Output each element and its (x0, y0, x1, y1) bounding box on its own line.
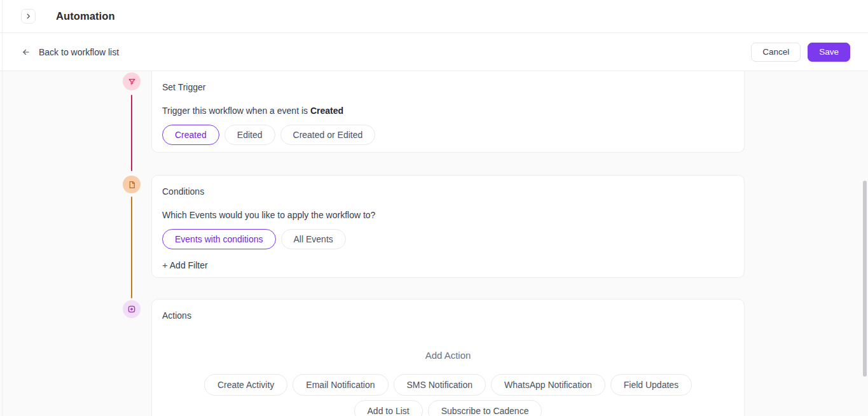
action-option-add-to-list[interactable]: Add to List (354, 400, 423, 416)
back-to-workflow-list-link[interactable]: Back to workflow list (21, 47, 119, 57)
set-trigger-title: Set Trigger (162, 82, 734, 92)
action-option-sms-notification[interactable]: SMS Notification (394, 374, 486, 396)
set-trigger-card: Set Trigger Trigger this workflow when a… (151, 71, 745, 153)
actions-title: Actions (162, 310, 734, 321)
trigger-option-created[interactable]: Created (162, 125, 219, 145)
page-title: Automation (56, 10, 115, 22)
add-filter-label: Add Filter (170, 260, 208, 270)
document-icon (128, 181, 136, 189)
sidebar-expand-button[interactable] (21, 9, 36, 24)
action-option-subscribe-to-cadence[interactable]: Subscribe to Cadence (428, 400, 542, 416)
add-filter-button[interactable]: + Add Filter (162, 260, 208, 270)
trigger-options-row: Created Edited Created or Edited (162, 125, 734, 145)
trigger-option-edited[interactable]: Edited (224, 125, 275, 145)
cancel-button[interactable]: Cancel (751, 43, 801, 62)
app-header: Automation (0, 0, 868, 33)
actions-step-marker (123, 300, 141, 318)
conditions-question: Which Events would you like to apply the… (162, 210, 734, 220)
conditions-option-all-events[interactable]: All Events (281, 229, 346, 249)
automation-page: Automation Back to workflow list Cancel … (0, 0, 868, 416)
plus-icon: + (162, 260, 168, 270)
trigger-description-value: Created (310, 106, 343, 116)
left-panel-edge (2, 0, 3, 416)
workflow-editor-content: Set Trigger Trigger this workflow when a… (0, 71, 868, 416)
conditions-card: Conditions Which Events would you like t… (151, 175, 745, 278)
trigger-description: Trigger this workflow when a event is Cr… (162, 106, 734, 116)
add-action-heading: Add Action (162, 350, 734, 361)
action-option-field-updates[interactable]: Field Updates (610, 374, 692, 396)
vertical-scrollbar-thumb[interactable] (863, 181, 867, 377)
trigger-step-marker (123, 73, 141, 90)
actions-card: Actions Add Action Create Activity Email… (151, 299, 745, 416)
conditions-step-marker (123, 176, 141, 193)
arrow-left-icon (21, 48, 31, 57)
action-option-email-notification[interactable]: Email Notification (293, 374, 388, 396)
conditions-actions-connector-line (131, 197, 132, 298)
trigger-description-text: Trigger this workflow when a event is (162, 106, 310, 116)
workflow-toolbar: Back to workflow list Cancel Save (0, 33, 868, 71)
trigger-conditions-connector-line (131, 95, 132, 171)
chevron-right-icon (25, 13, 32, 20)
back-link-label: Back to workflow list (39, 47, 119, 57)
conditions-options-row: Events with conditions All Events (162, 229, 734, 249)
funnel-icon (128, 78, 136, 86)
workflow-cards: Set Trigger Trigger this workflow when a… (151, 71, 745, 416)
action-option-create-activity[interactable]: Create Activity (204, 374, 287, 396)
plus-square-icon (127, 305, 136, 314)
save-button[interactable]: Save (808, 43, 850, 62)
action-option-whatsapp-notification[interactable]: WhatsApp Notification (491, 374, 605, 396)
trigger-option-created-or-edited[interactable]: Created or Edited (280, 125, 376, 145)
conditions-option-events-with-conditions[interactable]: Events with conditions (162, 229, 276, 249)
conditions-title: Conditions (162, 186, 734, 197)
action-options-row: Create Activity Email Notification SMS N… (162, 374, 734, 416)
